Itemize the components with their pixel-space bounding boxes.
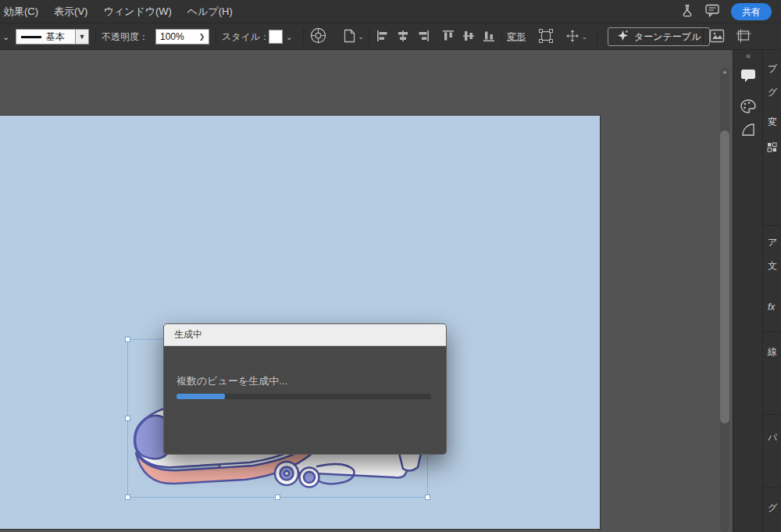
canvas[interactable]: ▲ [0, 50, 733, 532]
panel-tab-appearance[interactable]: ア [768, 236, 777, 249]
color-palette-icon[interactable] [740, 98, 757, 117]
collapse-panels-icon[interactable]: « [746, 51, 750, 60]
dock-icon-column: « [733, 50, 763, 532]
turntable-button[interactable]: ターンテーブル [608, 27, 710, 46]
align-right-button[interactable] [414, 28, 433, 45]
document-icon [344, 29, 355, 45]
panel-tab-gradient[interactable]: グ [768, 86, 777, 99]
selection-handle[interactable] [425, 495, 430, 500]
divider [597, 28, 597, 45]
dialog-body: 複数のビューを生成中... [164, 346, 446, 455]
divider [369, 28, 369, 45]
comments-panel-button[interactable] [740, 69, 756, 86]
align-top-button[interactable] [439, 28, 458, 45]
align-left-icon [376, 29, 390, 45]
panel-dock: « ブ グ 変 ア 文 fx 線 パ [733, 50, 781, 532]
chevron-down-icon[interactable]: ⌄ [2, 31, 9, 41]
style-chevron-icon[interactable]: ⌄ [286, 32, 292, 41]
move-options-button[interactable]: ⌄ [563, 28, 590, 45]
move-arrows-icon [565, 29, 580, 45]
turntable-label: ターンテーブル [634, 30, 701, 44]
menubar-right-group: 共有 [681, 3, 781, 20]
chevron-down-icon: ⌄ [358, 33, 364, 41]
divider [763, 225, 781, 226]
opacity-label: 不透明度： [102, 30, 148, 43]
align-v-center-icon [462, 29, 476, 45]
opacity-input[interactable] [155, 29, 196, 45]
style-label: スタイル： [222, 30, 269, 43]
bounding-box-icon [538, 28, 554, 46]
menu-item-view[interactable]: 表示(V) [46, 0, 95, 23]
feedback-bubble-icon [705, 4, 719, 20]
scrollbar-thumb[interactable] [720, 130, 729, 423]
align-h-center-button[interactable] [394, 28, 412, 45]
panel-tab-character[interactable]: 文 [768, 259, 777, 273]
panel-tab-pathfinder[interactable]: パ [768, 431, 777, 445]
beta-flask-button[interactable] [681, 4, 694, 20]
illustrator-window: 効果(C) 表示(V) ウィンドウ(W) ヘルプ(H) 共有 ⌄ 基本 ▼ [0, 0, 781, 532]
share-button[interactable]: 共有 [731, 3, 772, 20]
feedback-button[interactable] [705, 4, 719, 20]
align-bottom-icon [482, 29, 496, 45]
stroke-profile-chevron-icon[interactable]: ▼ [75, 29, 89, 45]
align-right-icon [416, 29, 430, 45]
progress-fill [177, 394, 225, 399]
panel-tab-brushes[interactable]: ブ [768, 62, 777, 76]
divider [95, 28, 96, 45]
panel-grid-icon[interactable] [767, 142, 777, 155]
panel-tab-transform[interactable]: 変 [768, 116, 777, 129]
stroke-profile-label: 基本 [46, 30, 65, 44]
bounding-box-button[interactable] [537, 28, 555, 45]
sparkle-icon [617, 30, 629, 44]
selection-handle[interactable] [125, 416, 130, 421]
color-wheel-icon [310, 27, 326, 46]
divider [501, 28, 502, 45]
panel-tab-graphic-styles[interactable]: グ [768, 502, 777, 515]
artboard-options-button[interactable] [734, 28, 753, 45]
style-swatch[interactable] [269, 30, 283, 44]
chevron-down-icon: ⌄ [582, 33, 588, 41]
menu-item-effect[interactable]: 効果(C) [0, 0, 46, 23]
image-trace-button[interactable] [708, 28, 726, 45]
divider [303, 28, 304, 45]
selection-handle[interactable] [125, 337, 130, 342]
divider [763, 414, 781, 415]
divider [763, 487, 781, 488]
divider [703, 28, 704, 45]
menu-bar: 効果(C) 表示(V) ウィンドウ(W) ヘルプ(H) 共有 [0, 0, 781, 23]
align-bottom-button[interactable] [480, 28, 498, 45]
align-top-icon [441, 29, 455, 45]
progress-bar [177, 394, 431, 399]
panel-tab-stroke[interactable]: 線 [768, 345, 777, 359]
selection-handle[interactable] [275, 495, 280, 500]
align-left-button[interactable] [373, 28, 392, 45]
dock-label-column: ブ グ 変 ア 文 fx 線 パ グ [763, 50, 781, 532]
align-v-center-button[interactable] [459, 28, 478, 45]
scroll-up-arrow[interactable]: ▲ [721, 69, 729, 74]
dialog-message: 複数のビューを生成中... [177, 374, 287, 388]
divider [216, 28, 216, 45]
progress-dialog: 生成中 複数のビューを生成中... [163, 323, 447, 455]
image-icon [709, 29, 725, 45]
align-h-center-icon [396, 29, 410, 45]
selection-handle[interactable] [125, 495, 130, 500]
recolor-artwork-button[interactable] [308, 28, 327, 45]
panel-tab-effects[interactable]: fx [768, 302, 775, 312]
transform-link[interactable]: 変形 [507, 30, 526, 43]
control-bar: ⌄ 基本 ▼ 不透明度： ❯ スタイル： ⌄ ⌄ [0, 23, 781, 50]
artboard-icon [736, 29, 751, 45]
opacity-disclosure-button[interactable]: ❯ [195, 29, 209, 45]
document-setup-button[interactable]: ⌄ [341, 28, 367, 45]
shape-panel-icon[interactable] [740, 122, 756, 141]
menu-item-help[interactable]: ヘルプ(H) [180, 0, 241, 23]
menu-item-window[interactable]: ウィンドウ(W) [95, 0, 179, 23]
stroke-profile-dropdown[interactable]: 基本 [16, 29, 76, 45]
stroke-profile-preview-icon [21, 36, 41, 38]
beta-flask-icon [681, 4, 694, 20]
dialog-title: 生成中 [164, 324, 446, 346]
divider [763, 331, 781, 332]
